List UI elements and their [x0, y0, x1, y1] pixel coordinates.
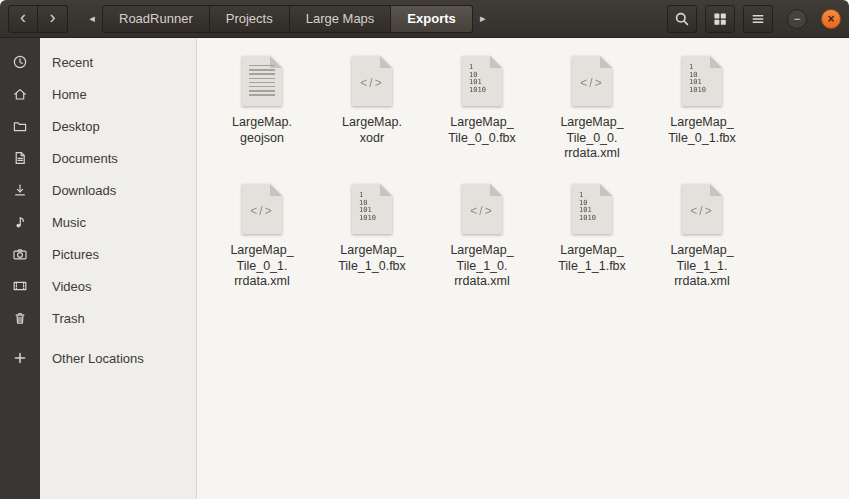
- sidebar-item-videos[interactable]: Videos: [0, 270, 197, 302]
- back-button[interactable]: ‹: [8, 5, 38, 33]
- file-icon-glyph: </>: [572, 56, 612, 106]
- hamburger-icon: [750, 11, 766, 27]
- sidebar-item-label: Videos: [52, 279, 92, 294]
- file-item[interactable]: </> LargeMap_Tile_0_1.rrdata.xml: [210, 184, 314, 312]
- header-bar: ‹ › ◂ RoadRunner Projects Large Maps Exp…: [0, 0, 849, 38]
- download-icon: [12, 182, 28, 198]
- camera-icon: [12, 246, 28, 262]
- file-name: LargeMap_Tile_1_1.fbx: [558, 243, 626, 274]
- sidebar-item-label: Music: [52, 215, 86, 230]
- forward-icon: ›: [50, 8, 56, 26]
- folder-icon: [12, 118, 28, 134]
- binary-file-icon: 1 10 101 1010: [572, 184, 612, 234]
- home-icon: [12, 86, 28, 102]
- sidebar-item-trash[interactable]: Trash: [0, 302, 197, 334]
- code-file-icon: </>: [682, 184, 722, 234]
- file-name: LargeMap_Tile_0_0.rrdata.xml: [560, 115, 623, 162]
- file-name: LargeMap_Tile_1_1.rrdata.xml: [670, 243, 733, 290]
- path-scroll-right-button[interactable]: ▸: [475, 12, 491, 25]
- clock-icon: [12, 54, 28, 70]
- search-button[interactable]: [667, 5, 697, 33]
- file-item[interactable]: </> LargeMap_Tile_1_0.rrdata.xml: [430, 184, 534, 312]
- breadcrumb-projects[interactable]: Projects: [210, 5, 290, 33]
- sidebar-item-label: Desktop: [52, 119, 100, 134]
- forward-button[interactable]: ›: [38, 5, 68, 33]
- sidebar-item-home[interactable]: Home: [0, 78, 197, 110]
- file-name: LargeMap.xodr: [342, 115, 402, 146]
- binary-file-icon: 1 10 101 1010: [682, 56, 722, 106]
- film-icon: [12, 278, 28, 294]
- file-name: LargeMap.geojson: [232, 115, 292, 146]
- chevron-left-icon: ◂: [89, 12, 95, 24]
- grid-view-icon: [712, 11, 728, 27]
- text-lines-art: [249, 65, 275, 97]
- sidebar-item-music[interactable]: Music: [0, 206, 197, 238]
- sidebar-item-label: Other Locations: [52, 351, 144, 366]
- file-item[interactable]: 1 10 101 1010 LargeMap_Tile_0_0.fbx: [430, 56, 534, 184]
- file-item[interactable]: LargeMap.geojson: [210, 56, 314, 184]
- file-icon-glyph: 1 10 101 1010: [462, 56, 502, 106]
- sidebar-item-label: Home: [52, 87, 87, 102]
- sidebar-item-pictures[interactable]: Pictures: [0, 238, 197, 270]
- file-item[interactable]: 1 10 101 1010 LargeMap_Tile_1_0.fbx: [320, 184, 424, 312]
- minimize-button[interactable]: −: [787, 9, 807, 29]
- close-button[interactable]: ×: [821, 9, 841, 29]
- file-icon-glyph: </>: [682, 184, 722, 234]
- file-name: LargeMap_Tile_1_0.rrdata.xml: [450, 243, 513, 290]
- file-icon-glyph: </>: [352, 56, 392, 106]
- file-icon-glyph: 1 10 101 1010: [682, 56, 722, 106]
- sidebar-item-downloads[interactable]: Downloads: [0, 174, 197, 206]
- breadcrumb: RoadRunner Projects Large Maps Exports: [102, 5, 473, 33]
- code-file-icon: </>: [352, 56, 392, 106]
- view-toggle-button[interactable]: [705, 5, 735, 33]
- binary-file-icon: 1 10 101 1010: [352, 184, 392, 234]
- file-name: LargeMap_Tile_1_0.fbx: [338, 243, 406, 274]
- sidebar: Recent Home Desktop Documents: [40, 38, 197, 499]
- trash-icon: [12, 310, 28, 326]
- file-icon-glyph: </>: [462, 184, 502, 234]
- file-item[interactable]: </> LargeMap_Tile_0_0.rrdata.xml: [540, 56, 644, 184]
- history-nav: ‹ ›: [8, 5, 68, 33]
- file-manager-window: ‹ › ◂ RoadRunner Projects Large Maps Exp…: [0, 0, 849, 499]
- plus-icon: [12, 350, 28, 366]
- breadcrumb-roadrunner[interactable]: RoadRunner: [102, 5, 210, 33]
- path-scroll-left-button[interactable]: ◂: [84, 12, 100, 25]
- binary-file-icon: 1 10 101 1010: [462, 56, 502, 106]
- close-icon: ×: [827, 13, 834, 25]
- file-item[interactable]: 1 10 101 1010 LargeMap_Tile_1_1.fbx: [540, 184, 644, 312]
- sidebar-item-label: Downloads: [52, 183, 116, 198]
- breadcrumb-exports[interactable]: Exports: [391, 5, 472, 33]
- breadcrumb-large-maps[interactable]: Large Maps: [290, 5, 392, 33]
- chevron-right-icon: ▸: [480, 12, 486, 24]
- sidebar-item-label: Documents: [52, 151, 118, 166]
- file-name: LargeMap_Tile_0_1.fbx: [668, 115, 736, 146]
- file-item[interactable]: 1 10 101 1010 LargeMap_Tile_0_1.fbx: [650, 56, 754, 184]
- file-icon-glyph: </>: [242, 184, 282, 234]
- code-file-icon: </>: [462, 184, 502, 234]
- magnifier-icon: [674, 11, 690, 27]
- file-icon-glyph: 1 10 101 1010: [352, 184, 392, 234]
- file-name: LargeMap_Tile_0_0.fbx: [448, 115, 516, 146]
- sidebar-item-label: Pictures: [52, 247, 99, 262]
- code-file-icon: </>: [572, 56, 612, 106]
- sidebar-item-label: Recent: [52, 55, 93, 70]
- minimize-icon: −: [793, 13, 800, 25]
- sidebar-item-other-locations[interactable]: Other Locations: [0, 342, 197, 374]
- sidebar-item-recent[interactable]: Recent: [0, 46, 197, 78]
- sidebar-item-label: Trash: [52, 311, 85, 326]
- sidebar-item-documents[interactable]: Documents: [0, 142, 197, 174]
- file-grid: LargeMap.geojson </> LargeMap.xodr 1 10 …: [197, 38, 849, 499]
- file-item[interactable]: </> LargeMap.xodr: [320, 56, 424, 184]
- file-icon-glyph: 1 10 101 1010: [572, 184, 612, 234]
- file-name: LargeMap_Tile_0_1.rrdata.xml: [230, 243, 293, 290]
- sidebar-list: Recent Home Desktop Documents: [0, 46, 197, 374]
- code-file-icon: </>: [242, 184, 282, 234]
- file-item[interactable]: </> LargeMap_Tile_1_1.rrdata.xml: [650, 184, 754, 312]
- sidebar-item-desktop[interactable]: Desktop: [0, 110, 197, 142]
- menu-button[interactable]: [743, 5, 773, 33]
- back-icon: ‹: [20, 8, 26, 26]
- text-file-icon: [242, 56, 282, 106]
- music-note-icon: [12, 214, 28, 230]
- document-icon: [12, 150, 28, 166]
